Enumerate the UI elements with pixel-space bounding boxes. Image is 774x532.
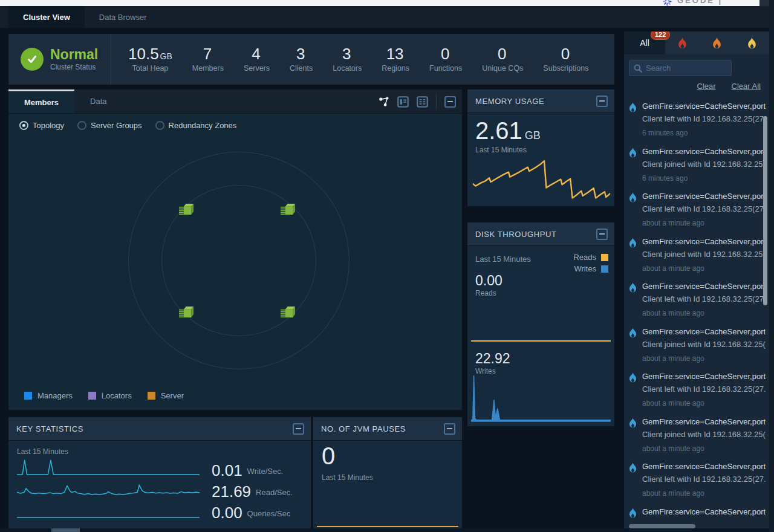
disk-window-label: Last 15 Minutes: [475, 255, 531, 264]
cluster-metric: 3 Clients: [290, 46, 313, 73]
pulse-dashboard: GEODE | Cluster View Data Browser Normal…: [0, 0, 774, 532]
legend-label: Locators: [102, 391, 132, 400]
member-server-icon[interactable]: [281, 305, 296, 320]
radio-topology[interactable]: Topology: [19, 121, 64, 130]
metric-value: 13: [386, 45, 404, 63]
members-toolbar: [379, 89, 456, 114]
cluster-metric: 0 Functions: [429, 46, 462, 73]
alert-detail: Client left with Id 192.168.32.25(27..: [642, 384, 766, 394]
alert-flame-icon: [629, 508, 637, 518]
disk-collapse-button[interactable]: [596, 229, 608, 240]
member-server-icon[interactable]: [281, 202, 296, 217]
alert-title: GemFire:service=CacheServer,port=404: [642, 192, 766, 201]
alert-list-item[interactable]: GemFire:service=CacheServer,port=404 Cli…: [624, 140, 769, 185]
alerts-horizontal-scrollbar[interactable]: [629, 524, 695, 528]
member-server-icon[interactable]: [179, 305, 194, 320]
alert-flame-icon: [629, 148, 637, 158]
legend-item: Locators: [88, 391, 132, 400]
writes-per-sec-label: Write/Sec.: [247, 467, 284, 476]
stat-row-reads: 21.69 Read/Sec.: [8, 477, 311, 498]
clear-link[interactable]: Clear: [697, 82, 716, 91]
memory-unit: GB: [525, 129, 541, 141]
memory-usage-panel: MEMORY USAGE 2.61GB Last 15 Minutes: [467, 89, 614, 206]
alert-timestamp: 6 minutes ago: [642, 174, 766, 183]
alert-title: GemFire:service=CacheServer,port=404: [642, 462, 766, 471]
alert-detail: Client left with Id 192.168.32.25(27..: [642, 204, 766, 213]
memory-collapse-button[interactable]: [596, 96, 608, 107]
alert-title: GemFire:service=CacheServer,port=404: [642, 282, 766, 291]
tab-members[interactable]: Members: [8, 89, 74, 113]
alerts-tab-error[interactable]: [712, 37, 721, 49]
alert-list-item[interactable]: GemFire:service=CacheServer,port=404 Cli…: [624, 365, 769, 410]
alerts-tab-critical[interactable]: [678, 37, 687, 49]
cluster-metric: 10.5GB Total Heap: [128, 46, 172, 73]
member-server-icon[interactable]: [179, 202, 194, 217]
alert-list-item[interactable]: GemFire:service=CacheServer,port=404 Cli…: [624, 230, 769, 275]
brand-logo-text: GEODE |: [677, 0, 723, 5]
reads-per-sec-value: 21.69: [212, 485, 251, 498]
jvm-window-label: Last 15 Minutes: [322, 473, 373, 482]
alerts-tab-warning[interactable]: [747, 37, 756, 49]
alert-flame-icon: [629, 462, 637, 473]
alert-detail: Client joined with Id 192.168.32.25(..: [642, 430, 766, 439]
alerts-vertical-scrollbar[interactable]: [763, 116, 767, 305]
alert-list-item[interactable]: GemFire:service=CacheServer,port=404 Cli…: [624, 274, 769, 320]
main-nav: Cluster View Data Browser: [0, 6, 774, 28]
alert-list-item[interactable]: GemFire:service=CacheServer,port=404 Cli…: [624, 94, 769, 140]
queries-per-sec-label: Queries/Sec: [247, 509, 291, 518]
alert-list-item[interactable]: GemFire:service=CacheServer,port=404 Cli…: [624, 455, 769, 500]
tab-data[interactable]: Data: [74, 89, 122, 113]
alert-timestamp: about a minute ago: [642, 489, 766, 498]
alert-detail: Client left with Id 192.168.32.25(27..: [642, 475, 766, 484]
page-horizontal-scrollbar[interactable]: [51, 528, 80, 532]
topology-view-icon[interactable]: [379, 96, 389, 107]
legend-label: Managers: [37, 391, 73, 400]
writes-per-sec-chart: [17, 458, 200, 477]
queries-per-sec-chart: [17, 501, 200, 519]
cluster-metric: 0 Subscriptions: [543, 46, 588, 73]
members-collapse-button[interactable]: [444, 96, 456, 108]
cluster-metric: 0 Unique CQs: [482, 46, 523, 73]
legend-label: Server: [161, 391, 184, 400]
list-view-icon[interactable]: [397, 96, 409, 108]
radio-redundancy-zones[interactable]: Redundancy Zones: [155, 121, 237, 130]
legend-writes-swatch: [601, 265, 608, 273]
alert-detail: Client left with Id 192.168.32.25(27..: [642, 294, 766, 303]
panel-title: MEMORY USAGE: [475, 97, 544, 106]
alert-detail: Client left with Id 192.168.32.25(27..: [642, 114, 766, 123]
radio-dot: [155, 121, 164, 130]
keystats-collapse-button[interactable]: [293, 423, 304, 435]
alert-list-item[interactable]: GemFire:service=CacheServer,port=404 Cli…: [624, 500, 769, 522]
right-edge-gutter: [769, 0, 774, 532]
alert-list-item[interactable]: GemFire:service=CacheServer,port=404 Cli…: [624, 184, 769, 230]
metric-value: 3: [342, 45, 351, 63]
metric-label: Members: [192, 64, 224, 73]
cluster-metric: 4 Servers: [244, 46, 270, 73]
memory-value: 2.61: [475, 117, 522, 144]
metric-value: 3: [296, 45, 305, 63]
tab-cluster-view[interactable]: Cluster View: [8, 6, 85, 28]
cluster-metric: 13 Regions: [382, 46, 409, 73]
jvm-collapse-button[interactable]: [444, 423, 455, 435]
search-input[interactable]: [646, 63, 718, 73]
cluster-status-bar: Normal Cluster Status 10.5GB Total Heap …: [8, 34, 614, 85]
radio-server-groups[interactable]: Server Groups: [77, 121, 142, 130]
status-ok-icon: [21, 48, 44, 71]
metric-value: 0: [441, 45, 449, 63]
alert-detail: Client joined with Id 192.168.32.25(..: [642, 340, 766, 349]
metric-value: 0: [561, 45, 570, 63]
grid-view-icon[interactable]: [417, 96, 428, 108]
alerts-tab-all[interactable]: All 122: [624, 31, 665, 54]
alert-list-item[interactable]: GemFire:service=CacheServer,port=404 Cli…: [624, 410, 769, 455]
cluster-metric: 7 Members: [192, 46, 224, 73]
tab-data-browser[interactable]: Data Browser: [85, 6, 161, 28]
metric-label: Unique CQs: [482, 64, 523, 73]
panel-title: DISK THROUGHPUT: [475, 230, 556, 239]
alert-title: GemFire:service=CacheServer,port=404: [642, 417, 766, 426]
members-panel: Members Data: [8, 89, 462, 410]
clear-all-link[interactable]: Clear All: [732, 82, 761, 91]
alert-title: GemFire:service=CacheServer,port=404: [642, 237, 766, 246]
alert-list-item[interactable]: GemFire:service=CacheServer,port=404 Cli…: [624, 320, 769, 365]
metric-label: Total Heap: [128, 64, 172, 73]
key-statistics-header: KEY STATISTICS: [8, 417, 311, 441]
